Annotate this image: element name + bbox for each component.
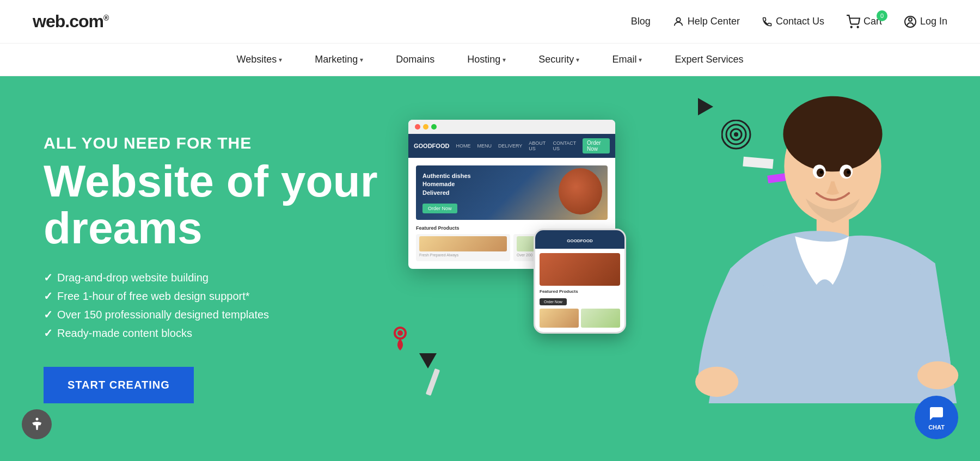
grid-item-label-1: Fresh Prepared Always <box>419 253 458 257</box>
triangle-down-decoration <box>419 353 437 368</box>
chat-button[interactable]: CHAT <box>915 396 958 439</box>
svg-point-15 <box>917 361 958 389</box>
chevron-down-icon: ▾ <box>503 56 506 64</box>
svg-point-1 <box>851 26 852 27</box>
chat-icon <box>928 405 945 422</box>
login-link[interactable]: Log In <box>904 15 947 28</box>
browser-dot-green <box>431 124 437 130</box>
phone-icon <box>762 16 773 27</box>
top-bar: web.com® Blog Help Center Contact Us 0 C… <box>0 0 980 44</box>
chat-label: CHAT <box>928 424 945 431</box>
nav-item-email[interactable]: Email ▾ <box>612 54 642 65</box>
contact-us-link[interactable]: Contact Us <box>762 16 824 27</box>
cart-badge: 0 <box>877 10 887 21</box>
nav-item-expert-services[interactable]: Expert Services <box>675 54 743 65</box>
mobile-hero-image <box>540 253 620 286</box>
browser-grid-item-1: Fresh Prepared Always <box>416 234 510 261</box>
top-actions: Blog Help Center Contact Us 0 Cart Log I… <box>631 15 947 29</box>
hero-title: Website of your dreams <box>44 158 381 251</box>
svg-point-14 <box>695 367 738 397</box>
login-icon <box>904 15 917 28</box>
nav-item-domains[interactable]: Domains <box>396 54 434 65</box>
nav-item-marketing[interactable]: Marketing ▾ <box>315 54 363 65</box>
mobile-grid-item-1 <box>540 309 579 328</box>
logo[interactable]: web.com® <box>33 11 108 32</box>
mobile-btn: Order Now <box>540 298 567 305</box>
svg-point-0 <box>676 17 680 21</box>
mobile-mockup: GOODFOOD Featured Products Order Now <box>534 229 626 334</box>
browser-cta-button: Order Now <box>422 204 457 213</box>
chevron-down-icon: ▾ <box>576 56 579 64</box>
hero-feature-4: Ready-made content blocks <box>44 327 381 340</box>
nav-item-hosting[interactable]: Hosting ▾ <box>467 54 506 65</box>
hero-section: ALL YOU NEED FOR THE Website of your dre… <box>0 76 980 461</box>
help-center-link[interactable]: Help Center <box>672 16 740 28</box>
blog-link[interactable]: Blog <box>631 16 651 27</box>
pencil-decoration <box>426 368 440 396</box>
hero-feature-3: Over 150 professionally designed templat… <box>44 308 381 321</box>
svg-point-4 <box>909 18 912 21</box>
svg-point-21 <box>847 170 850 174</box>
browser-hero-text: Authentic dishes Homemade Delivered <box>422 172 471 197</box>
svg-point-2 <box>857 26 859 27</box>
mobile-title: Featured Products <box>540 289 620 294</box>
logo-text: web.com <box>33 11 103 31</box>
mobile-header: GOODFOOD <box>535 230 624 249</box>
hero-features: Drag-and-drop website building Free 1-ho… <box>44 271 381 340</box>
cart-link[interactable]: 0 Cart <box>846 15 882 29</box>
location-decoration <box>387 322 416 352</box>
browser-dot-yellow <box>423 124 428 130</box>
browser-dot-red <box>415 124 420 130</box>
svg-point-10 <box>397 330 403 336</box>
grid-item-image-1 <box>419 236 507 251</box>
browser-hero-image: Authentic dishes Homemade Delivered Orde… <box>416 165 608 220</box>
hero-content: ALL YOU NEED FOR THE Website of your dre… <box>0 134 381 403</box>
nav-bar: Websites ▾ Marketing ▾ Domains Hosting ▾… <box>0 44 980 76</box>
chevron-down-icon: ▾ <box>360 56 363 64</box>
logo-sup: ® <box>103 14 108 22</box>
mobile-content: Featured Products Order Now <box>535 249 624 332</box>
chevron-down-icon: ▾ <box>279 56 282 64</box>
hero-feature-1: Drag-and-drop website building <box>44 271 381 284</box>
mobile-grid-item-2 <box>581 309 620 328</box>
browser-food-image <box>559 168 602 214</box>
nav-item-websites[interactable]: Websites ▾ <box>237 54 283 65</box>
svg-point-12 <box>783 96 882 172</box>
start-creating-button[interactable]: START CREATING <box>44 367 194 403</box>
help-center-icon <box>672 16 684 28</box>
mobile-grid <box>540 309 620 328</box>
hero-subtitle: ALL YOU NEED FOR THE <box>44 134 381 152</box>
svg-point-22 <box>35 417 38 420</box>
nav-item-security[interactable]: Security ▾ <box>538 54 579 65</box>
hero-feature-2: Free 1-hour of free web design support* <box>44 290 381 303</box>
svg-point-20 <box>820 170 823 174</box>
chevron-down-icon: ▾ <box>639 56 642 64</box>
browser-nav: GOODFOOD HOME MENU DELIVERY ABOUT US CON… <box>408 134 615 158</box>
hero-visuals: GOODFOOD HOME MENU DELIVERY ABOUT US CON… <box>381 76 980 461</box>
cart-icon <box>846 15 860 29</box>
browser-bar <box>408 120 615 134</box>
accessibility-icon <box>29 416 45 433</box>
accessibility-button[interactable] <box>22 409 52 439</box>
